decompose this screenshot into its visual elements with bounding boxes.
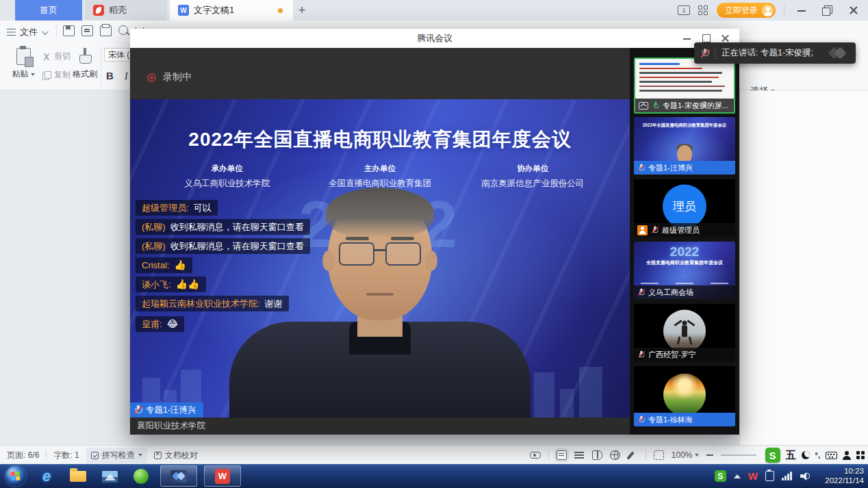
mic-muted-icon	[701, 49, 709, 58]
org-role: 主办单位	[303, 164, 456, 174]
format-painter-button[interactable]: 格式刷	[71, 48, 99, 88]
participant-name: 专题1-汪博兴	[648, 163, 693, 173]
apps-grid-icon[interactable]	[698, 5, 709, 16]
chat-text: 谢谢	[265, 298, 283, 309]
org-host: 承办单位 义乌工商职业技术学院	[151, 164, 303, 190]
tray-expand-icon[interactable]	[734, 474, 741, 478]
copy-label: 复制	[54, 69, 71, 81]
glasses	[335, 242, 425, 267]
checkbox-checked-icon	[91, 452, 99, 459]
tab-docer[interactable]: 稻壳	[85, 0, 167, 21]
participant-video[interactable]: 2022 全国直播电商职业教育集团年度会议 义乌工商会场	[634, 242, 735, 299]
sogou-tray-icon[interactable]: S	[715, 470, 726, 482]
speaker-hair	[326, 188, 434, 238]
wps-doc-icon: W	[178, 5, 189, 16]
quick-save-icon[interactable]	[63, 25, 75, 36]
network-signal-icon[interactable]	[782, 472, 793, 480]
quick-export-icon[interactable]	[81, 25, 93, 36]
sogou-logo-icon[interactable]: S	[765, 448, 780, 463]
meeting-body: 录制中 2022 2022年全国直播电商职业教育集团年度会议 承办单位 义乌工商…	[130, 48, 739, 435]
zoom-out-button[interactable]	[706, 454, 713, 456]
proofread-button[interactable]: 文档校对	[154, 450, 198, 461]
tab-document[interactable]: W 文字文稿1	[170, 0, 293, 21]
quick-print-icon[interactable]	[100, 25, 112, 36]
divider	[715, 48, 715, 59]
wps-restore-button[interactable]	[819, 1, 837, 19]
participant-avatar[interactable]: 广西经贸-罗宁	[634, 304, 735, 361]
volume-icon[interactable]	[800, 472, 810, 480]
copy-button[interactable]: 复制	[42, 69, 71, 81]
org-name: 义乌工商职业技术学院	[151, 178, 303, 190]
recording-label: 录制中	[163, 71, 192, 84]
main-video[interactable]: 2022 2022年全国直播电商职业教育集团年度会议 承办单位 义乌工商职业技术…	[130, 99, 630, 418]
docer-icon	[93, 5, 104, 16]
ime-wubi-mode[interactable]: 五	[786, 449, 796, 462]
zoom-level[interactable]: 100%	[672, 450, 699, 460]
read-view-icon[interactable]	[592, 450, 602, 460]
window-layout-icon[interactable]: 1	[678, 5, 690, 15]
wps-tray-icon[interactable]: W	[748, 470, 758, 482]
page-view-icon[interactable]	[557, 450, 567, 460]
taskbar-clock[interactable]: 10:23 2022/11/14	[825, 466, 864, 485]
web-view-icon[interactable]	[610, 450, 620, 460]
participant-avatar[interactable]: 专题1-徐林海	[634, 366, 735, 426]
eye-protect-icon[interactable]	[530, 452, 541, 459]
taskbar-ie-button[interactable]: e	[33, 467, 60, 486]
chat-message: 皇甫:😂	[136, 316, 184, 332]
speaker-name: 专题1-汪博兴	[146, 404, 196, 416]
outline-view-icon[interactable]	[574, 450, 585, 460]
folder-icon	[70, 471, 86, 482]
clipboard-tray-icon[interactable]	[765, 471, 774, 481]
paste-label: 粘贴	[12, 68, 29, 80]
chat-message: 超级管理员:可以	[136, 200, 218, 216]
tab-home[interactable]: 首页	[15, 0, 82, 21]
chat-message: (私聊)收到私聊消息，请在聊天窗口查看	[136, 219, 310, 235]
speaking-toast-text: 正在讲话: 专题1-宋俊骥;	[722, 47, 813, 59]
ime-punctuation[interactable]: °,	[815, 451, 820, 459]
start-button[interactable]	[5, 466, 25, 486]
taskbar-photos-button[interactable]	[96, 467, 123, 486]
edit-mode-icon[interactable]	[628, 450, 638, 460]
bold-button[interactable]: B	[106, 70, 114, 81]
cut-button[interactable]: 剪切	[42, 51, 71, 62]
paste-button[interactable]: 粘贴	[8, 48, 38, 88]
mic-muted-icon	[638, 164, 644, 171]
document-page[interactable]	[739, 90, 868, 445]
chat-message: 谈小飞:👍👍	[136, 277, 206, 292]
slide-title: 2022年全国直播电商职业教育集团年度会议	[130, 127, 630, 153]
keyboard-icon[interactable]	[826, 452, 837, 459]
wps-minimize-button[interactable]	[793, 1, 810, 19]
spellcheck-toggle[interactable]: 拼写检查	[86, 448, 147, 463]
taskbar: e W S W 10:23 2022/11/14	[0, 464, 868, 488]
zoom-slider[interactable]	[721, 454, 756, 456]
participant-label: 广西经贸-罗宁	[634, 348, 735, 361]
divider	[784, 5, 784, 16]
wps-icon: W	[215, 469, 230, 484]
cut-label: 剪切	[54, 51, 71, 62]
ime-person-icon[interactable]	[843, 451, 851, 460]
meeting-title-bar[interactable]: 腾讯会议	[130, 29, 739, 48]
fit-page-icon[interactable]	[654, 450, 664, 460]
chat-message: 起瑞颖云南林业职业技术学院:谢谢	[136, 296, 289, 311]
divider	[646, 450, 646, 460]
participants-sidebar: 专题1-宋俊骥的屏... 2022年全国直播电商职业教育集团年度会议 专题1-汪…	[630, 48, 739, 435]
participant-video[interactable]: 2022年全国直播电商职业教育集团年度会议 专题1-汪博兴	[634, 117, 735, 175]
wps-close-button[interactable]	[845, 1, 863, 19]
file-menu[interactable]: 文件	[7, 26, 47, 38]
participant-screen-share[interactable]: 专题1-宋俊骥的屏...	[634, 57, 735, 114]
taskbar-explorer-button[interactable]	[64, 467, 92, 486]
quick-preview-icon[interactable]	[118, 25, 128, 35]
taskbar-browser-button[interactable]	[127, 467, 155, 486]
taskbar-meeting-button[interactable]	[160, 465, 197, 487]
italic-button[interactable]: I	[125, 70, 128, 82]
menu-icon	[7, 29, 16, 36]
participant-name: 专题1-徐林海	[648, 415, 693, 425]
login-button[interactable]: 立即登录	[717, 3, 776, 18]
new-tab-button[interactable]: +	[293, 1, 311, 19]
scissors-icon	[42, 53, 51, 61]
participant-avatar[interactable]: 理员 超级管理员	[634, 179, 735, 237]
login-label: 立即登录	[725, 5, 758, 16]
taskbar-wps-button[interactable]: W	[204, 465, 241, 487]
ime-grid-icon[interactable]	[856, 451, 865, 460]
moon-icon[interactable]	[802, 451, 810, 459]
